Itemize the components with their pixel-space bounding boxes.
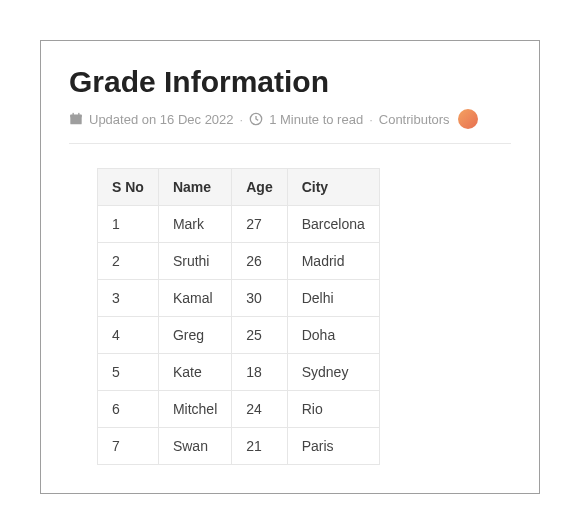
separator: · bbox=[369, 112, 373, 127]
updated-text: Updated on 16 Dec 2022 bbox=[89, 112, 234, 127]
table-row: 7Swan21Paris bbox=[98, 428, 380, 465]
table-row: 3Kamal30Delhi bbox=[98, 280, 380, 317]
cell-city: Paris bbox=[287, 428, 379, 465]
cell-sno: 1 bbox=[98, 206, 159, 243]
cell-age: 24 bbox=[232, 391, 287, 428]
svg-rect-3 bbox=[78, 113, 79, 116]
cell-sno: 6 bbox=[98, 391, 159, 428]
meta-bar: Updated on 16 Dec 2022 · 1 Minute to rea… bbox=[69, 109, 511, 144]
cell-city: Delhi bbox=[287, 280, 379, 317]
header-name: Name bbox=[158, 169, 231, 206]
contributors-label: Contributors bbox=[379, 112, 450, 127]
page-title: Grade Information bbox=[69, 65, 511, 99]
cell-city: Doha bbox=[287, 317, 379, 354]
cell-sno: 3 bbox=[98, 280, 159, 317]
cell-name: Kamal bbox=[158, 280, 231, 317]
cell-name: Mitchel bbox=[158, 391, 231, 428]
cell-age: 27 bbox=[232, 206, 287, 243]
clock-icon bbox=[249, 112, 263, 126]
table-container: S No Name Age City 1Mark27Barcelona2Srut… bbox=[69, 168, 511, 465]
grade-table: S No Name Age City 1Mark27Barcelona2Srut… bbox=[97, 168, 380, 465]
header-sno: S No bbox=[98, 169, 159, 206]
cell-city: Rio bbox=[287, 391, 379, 428]
cell-name: Swan bbox=[158, 428, 231, 465]
cell-sno: 7 bbox=[98, 428, 159, 465]
separator: · bbox=[240, 112, 244, 127]
cell-name: Greg bbox=[158, 317, 231, 354]
avatar[interactable] bbox=[458, 109, 478, 129]
cell-city: Barcelona bbox=[287, 206, 379, 243]
cell-age: 30 bbox=[232, 280, 287, 317]
table-row: 4Greg25Doha bbox=[98, 317, 380, 354]
cell-city: Sydney bbox=[287, 354, 379, 391]
table-row: 6Mitchel24Rio bbox=[98, 391, 380, 428]
cell-age: 26 bbox=[232, 243, 287, 280]
cell-sno: 2 bbox=[98, 243, 159, 280]
cell-sno: 4 bbox=[98, 317, 159, 354]
table-header-row: S No Name Age City bbox=[98, 169, 380, 206]
cell-age: 18 bbox=[232, 354, 287, 391]
header-age: Age bbox=[232, 169, 287, 206]
header-city: City bbox=[287, 169, 379, 206]
table-row: 5Kate18Sydney bbox=[98, 354, 380, 391]
table-row: 1Mark27Barcelona bbox=[98, 206, 380, 243]
read-time-text: 1 Minute to read bbox=[269, 112, 363, 127]
svg-rect-1 bbox=[70, 115, 81, 118]
cell-age: 21 bbox=[232, 428, 287, 465]
cell-age: 25 bbox=[232, 317, 287, 354]
calendar-icon bbox=[69, 112, 83, 126]
table-row: 2Sruthi26Madrid bbox=[98, 243, 380, 280]
cell-name: Sruthi bbox=[158, 243, 231, 280]
cell-name: Kate bbox=[158, 354, 231, 391]
content-card: Grade Information Updated on 16 Dec 2022… bbox=[40, 40, 540, 494]
svg-rect-2 bbox=[73, 113, 74, 116]
cell-city: Madrid bbox=[287, 243, 379, 280]
cell-sno: 5 bbox=[98, 354, 159, 391]
cell-name: Mark bbox=[158, 206, 231, 243]
